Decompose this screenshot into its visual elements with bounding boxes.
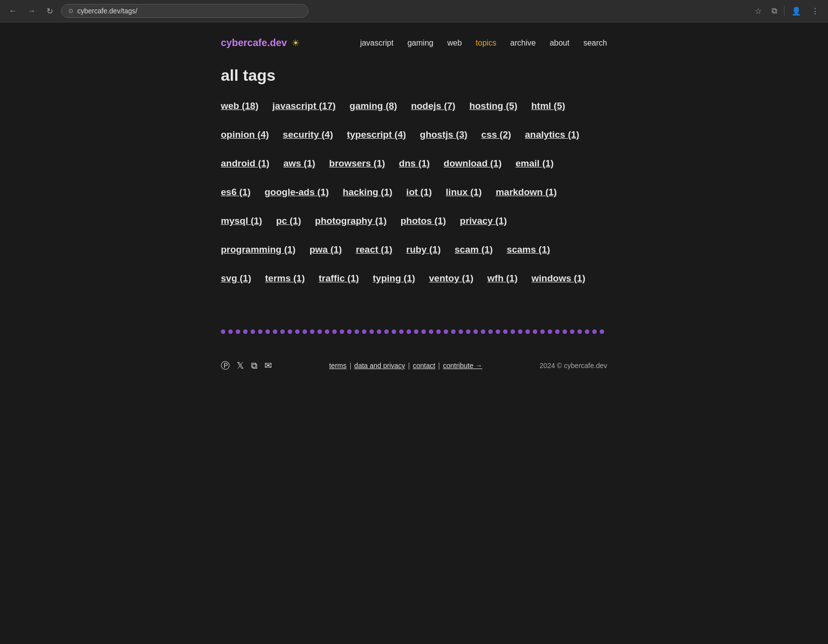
- tag-link[interactable]: linux (1): [446, 187, 482, 198]
- footer-link[interactable]: terms: [329, 362, 347, 370]
- tag-link[interactable]: iot (1): [406, 187, 432, 198]
- tag-link[interactable]: programming (1): [221, 244, 296, 255]
- tag-link[interactable]: windows (1): [531, 273, 585, 284]
- tag-link[interactable]: photos (1): [401, 215, 446, 226]
- tag-link[interactable]: ventoy (1): [429, 273, 473, 284]
- tag-link[interactable]: web (18): [221, 101, 259, 111]
- tag-link[interactable]: pc (1): [276, 215, 301, 226]
- dot: [414, 329, 418, 334]
- dot: [585, 329, 589, 334]
- dot: [332, 329, 337, 334]
- back-button[interactable]: ←: [6, 4, 20, 17]
- dot: [563, 329, 567, 334]
- twitter-icon[interactable]: 𝕏: [237, 360, 244, 371]
- nav-topics[interactable]: topics: [476, 39, 497, 48]
- dot: [496, 329, 500, 334]
- dot: [228, 329, 233, 334]
- profile-button[interactable]: 👤: [788, 4, 804, 18]
- tag-link[interactable]: traffic (1): [319, 273, 359, 284]
- dot: [407, 329, 411, 334]
- tag-link[interactable]: hacking (1): [343, 187, 392, 198]
- tag-link[interactable]: typing (1): [373, 273, 415, 284]
- email-icon[interactable]: ✉: [264, 360, 272, 371]
- tags-container: web (18)javascript (17)gaming (8)nodejs …: [221, 101, 607, 302]
- dot: [548, 329, 552, 334]
- tag-link[interactable]: security (4): [283, 129, 333, 140]
- tag-link[interactable]: scams (1): [507, 244, 550, 255]
- dot: [473, 329, 478, 334]
- tag-link[interactable]: dns (1): [399, 158, 430, 169]
- tag-link[interactable]: react (1): [356, 244, 392, 255]
- tag-link[interactable]: css (2): [481, 129, 511, 140]
- forward-button[interactable]: →: [25, 4, 39, 17]
- tag-link[interactable]: browsers (1): [329, 158, 385, 169]
- dot: [451, 329, 456, 334]
- dot: [340, 329, 344, 334]
- tag-link[interactable]: mysql (1): [221, 215, 262, 226]
- tag-link[interactable]: svg (1): [221, 273, 251, 284]
- menu-button[interactable]: ⋮: [808, 4, 822, 18]
- footer-separator: |: [350, 362, 352, 370]
- bookmark-button[interactable]: ☆: [752, 4, 765, 18]
- tag-link[interactable]: download (1): [444, 158, 502, 169]
- tag-link[interactable]: hosting (5): [469, 101, 518, 111]
- address-bar[interactable]: ⊙ cybercafe.dev/tags/: [61, 4, 309, 18]
- tag-link[interactable]: opinion (4): [221, 129, 269, 140]
- site-logo[interactable]: cybercafe.dev: [221, 37, 287, 49]
- footer-icons: Ⓟ 𝕏 ⧉ ✉: [221, 360, 272, 372]
- dot: [533, 329, 537, 334]
- tag-link[interactable]: photography (1): [315, 215, 387, 226]
- nav-javascript[interactable]: javascript: [360, 39, 394, 48]
- footer-link[interactable]: contribute →: [443, 362, 482, 370]
- site-footer: Ⓟ 𝕏 ⧉ ✉ terms | data and privacy | conta…: [221, 352, 607, 386]
- tag-link[interactable]: nodejs (7): [411, 101, 456, 111]
- tag-link[interactable]: analytics (1): [525, 129, 579, 140]
- security-icon: ⊙: [68, 7, 73, 14]
- nav-gaming[interactable]: gaming: [408, 39, 433, 48]
- extensions-button[interactable]: ⧉: [769, 4, 780, 17]
- tag-link[interactable]: terms (1): [265, 273, 305, 284]
- tag-link[interactable]: html (5): [531, 101, 566, 111]
- tag-link[interactable]: ruby (1): [406, 244, 441, 255]
- reload-button[interactable]: ↻: [44, 4, 56, 18]
- dot: [265, 329, 270, 334]
- tag-link[interactable]: javascript (17): [272, 101, 336, 111]
- nav-about[interactable]: about: [550, 39, 569, 48]
- site-nav: javascript gaming web topics archive abo…: [360, 39, 607, 48]
- tag-link[interactable]: gaming (8): [350, 101, 397, 111]
- nav-web[interactable]: web: [447, 39, 462, 48]
- dot: [577, 329, 582, 334]
- footer-separator: |: [438, 362, 440, 370]
- dot: [369, 329, 374, 334]
- page-container: cybercafe.dev ☀ javascript gaming web to…: [201, 22, 627, 386]
- dot: [258, 329, 262, 334]
- tag-link[interactable]: wfh (1): [487, 273, 518, 284]
- dot: [236, 329, 240, 334]
- tag-link[interactable]: privacy (1): [460, 215, 507, 226]
- tag-link[interactable]: typescript (4): [347, 129, 406, 140]
- nav-search[interactable]: search: [583, 39, 607, 48]
- dot: [295, 329, 300, 334]
- tag-link[interactable]: pwa (1): [310, 244, 342, 255]
- dot: [325, 329, 329, 334]
- theme-toggle-icon[interactable]: ☀: [292, 38, 300, 49]
- tag-link[interactable]: google-ads (1): [264, 187, 329, 198]
- footer-link[interactable]: data and privacy: [354, 362, 405, 370]
- dot: [347, 329, 352, 334]
- tag-link[interactable]: ghostjs (3): [420, 129, 467, 140]
- dot: [280, 329, 285, 334]
- dot: [518, 329, 522, 334]
- github-icon[interactable]: Ⓟ: [221, 360, 230, 372]
- tag-link[interactable]: markdown (1): [496, 187, 557, 198]
- tag-link[interactable]: scam (1): [455, 244, 493, 255]
- tag-link[interactable]: email (1): [516, 158, 554, 169]
- nav-archive[interactable]: archive: [510, 39, 536, 48]
- tag-link[interactable]: android (1): [221, 158, 269, 169]
- dot: [221, 329, 225, 334]
- logo-area: cybercafe.dev ☀: [221, 37, 300, 49]
- external-link-icon[interactable]: ⧉: [251, 361, 258, 371]
- tag-link[interactable]: aws (1): [283, 158, 315, 169]
- footer-link[interactable]: contact: [413, 362, 435, 370]
- dot: [459, 329, 463, 334]
- tag-link[interactable]: es6 (1): [221, 187, 251, 198]
